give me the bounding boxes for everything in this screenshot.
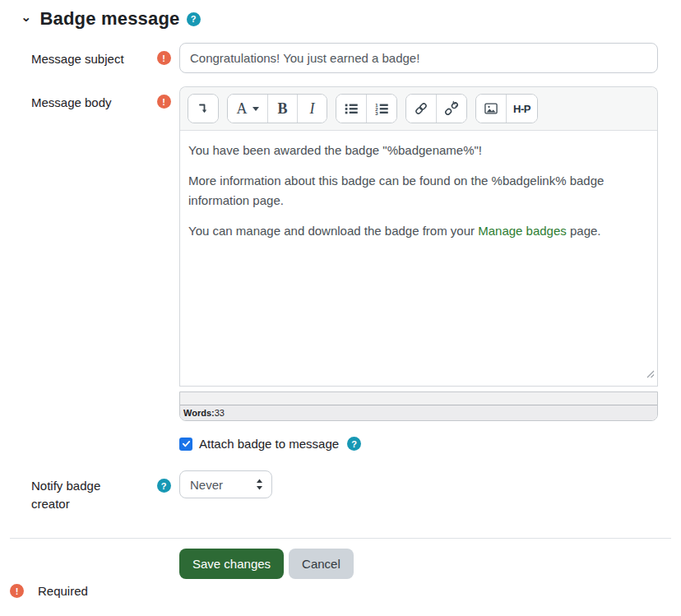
message-subject-input[interactable] <box>179 43 658 73</box>
notify-creator-select[interactable]: Never <box>179 470 272 498</box>
font-letter-icon: A <box>237 100 248 118</box>
svg-text:3: 3 <box>375 111 378 116</box>
ordered-list-button[interactable]: 1 2 3 <box>366 95 396 123</box>
editor-statusbar: Words:33 <box>179 391 658 421</box>
message-body-editor[interactable]: You have been awarded the badge "%badgen… <box>180 131 657 387</box>
resize-handle-icon[interactable] <box>646 364 655 383</box>
editor-toolbar: A B I <box>180 87 657 131</box>
attach-badge-row: Attach badge to message ? <box>179 437 681 451</box>
insert-image-button[interactable] <box>476 95 506 123</box>
message-subject-row: Message subject ! <box>31 43 681 73</box>
manage-badges-link[interactable]: Manage badges <box>478 224 567 238</box>
actions-divider <box>10 538 671 539</box>
link-button[interactable] <box>406 95 436 123</box>
unlink-icon <box>443 100 460 117</box>
notify-help-icon[interactable]: ? <box>157 479 171 493</box>
paragraph-styles-button[interactable]: A <box>228 95 267 123</box>
word-count: Words:33 <box>180 405 657 420</box>
checkmark-icon <box>182 439 191 448</box>
select-value: Never <box>190 478 223 492</box>
badge-message-form: ⌄ Badge message ? Message subject ! Mess… <box>0 0 681 579</box>
attach-badge-label[interactable]: Attach badge to message <box>199 437 339 451</box>
link-icon <box>413 100 429 117</box>
section-help-icon[interactable]: ? <box>187 12 201 26</box>
ordered-list-icon: 1 2 3 <box>373 100 390 117</box>
message-subject-label: Message subject <box>31 43 148 73</box>
editor-drag-bar[interactable] <box>180 392 657 405</box>
save-changes-button[interactable]: Save changes <box>179 549 284 579</box>
collapse-chevron-icon[interactable]: ⌄ <box>21 11 31 24</box>
message-body-row: Message body ! <box>31 86 681 421</box>
message-body-label: Message body <box>31 86 148 421</box>
required-icon: ! <box>157 51 171 65</box>
unlink-button[interactable] <box>436 95 466 123</box>
select-arrows-icon <box>256 479 263 490</box>
required-note: ! Required <box>10 584 88 598</box>
italic-button[interactable]: I <box>297 95 327 123</box>
word-count-value: 33 <box>215 408 225 418</box>
body-paragraph: More information about this badge can be… <box>188 171 649 210</box>
image-icon <box>483 100 499 117</box>
h5p-icon: H-P <box>513 103 530 115</box>
word-count-label: Words: <box>183 408 215 418</box>
attach-badge-checkbox[interactable] <box>179 438 192 451</box>
body-paragraph: You have been awarded the badge "%badgen… <box>188 141 649 160</box>
body-paragraph: You can manage and download the badge fr… <box>188 221 649 240</box>
required-icon: ! <box>157 95 171 109</box>
required-label: Required <box>38 584 88 598</box>
bullet-list-button[interactable] <box>336 95 366 123</box>
h5p-button[interactable]: H-P <box>506 95 537 123</box>
bullet-list-icon <box>343 100 359 117</box>
form-actions: Save changes Cancel <box>179 549 681 579</box>
required-icon: ! <box>10 584 24 598</box>
cancel-button[interactable]: Cancel <box>289 549 354 579</box>
page-title: Badge message <box>39 8 179 30</box>
section-header: ⌄ Badge message ? <box>21 8 681 30</box>
notify-creator-label: Notify badge creator <box>31 470 114 513</box>
collapse-toolbar-button[interactable] <box>188 95 218 123</box>
bold-button[interactable]: B <box>267 95 297 123</box>
notify-creator-row: Notify badge creator ? Never <box>31 470 681 513</box>
rich-text-editor: A B I <box>179 86 658 421</box>
collapse-arrow-icon <box>195 100 211 117</box>
italic-icon: I <box>310 100 315 118</box>
bold-icon: B <box>277 100 287 118</box>
chevron-down-icon <box>252 107 259 111</box>
attach-help-icon[interactable]: ? <box>347 437 361 451</box>
